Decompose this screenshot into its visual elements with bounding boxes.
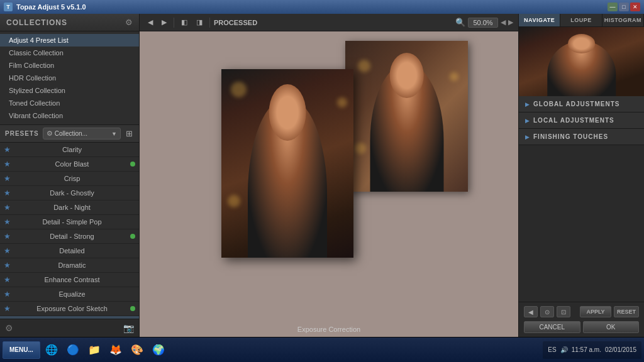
left-bottom-bar: ⚙ 📷 (0, 319, 139, 337)
preset-name: Enhance Contrast (16, 276, 128, 283)
finishing-touches-header[interactable]: ▶ FINISHING TOUCHES (519, 129, 644, 145)
dropdown-arrow-icon: ▼ (111, 131, 117, 137)
preset-item-dark-night[interactable]: ★ Dark - Night (0, 200, 139, 215)
adj-arrow-icon: ▶ (525, 101, 530, 107)
preset-item-detail-strong[interactable]: ★ Detail - Strong (0, 229, 139, 244)
collection-item-toned[interactable]: Toned Collection (0, 97, 139, 109)
preset-item-equalize[interactable]: ★ Equalize (0, 287, 139, 302)
collections-gear-icon[interactable]: ⚙ (125, 18, 133, 27)
taskbar-app-photoshop[interactable]: 🎨 (127, 341, 147, 359)
preset-item-clarity[interactable]: ★ Clarity (0, 143, 139, 157)
global-adjustments-section: ▶ GLOBAL ADJUSTMENTS (519, 96, 644, 112)
local-adjustments-header[interactable]: ▶ LOCAL ADJUSTMENTS (519, 112, 644, 128)
preset-dot (130, 162, 135, 167)
star-icon: ★ (4, 290, 13, 299)
bokeh-light (231, 82, 247, 97)
nav-icon1[interactable]: ⊙ (540, 306, 554, 317)
preset-item-detail-simple[interactable]: ★ Detail - Simple Pop (0, 215, 139, 229)
collections-list: Adjust 4 Preset List Classic Collection … (0, 31, 139, 125)
zoom-prev-icon[interactable]: ◀ (501, 18, 506, 26)
collection-item-vibrant[interactable]: Vibrant Collection (0, 109, 139, 122)
preset-name: Exposure Color Sketch (16, 305, 128, 312)
preset-dot (130, 306, 135, 311)
star-icon: ★ (4, 232, 13, 241)
bokeh-light (337, 97, 347, 107)
preset-name: Detail - Simple Pop (16, 218, 128, 226)
bokeh-light (228, 195, 240, 207)
star-icon: ★ (4, 304, 13, 313)
center-panel: ◀ ▶ ◧ ◨ PROCESSED 🔍 ◀ ▶ (140, 14, 518, 337)
taskbar: MENU... 🌐 🔵 📁 🦊 🎨 🌍 ES 🔊 11:57 a.m. 02/0… (0, 337, 644, 362)
preset-item-colorblast[interactable]: ★ Color Blast (0, 157, 139, 172)
taskbar-app-ie[interactable]: 🔵 (63, 341, 83, 359)
preset-name: Clarity (16, 146, 128, 153)
zoom-next-icon[interactable]: ▶ (508, 18, 513, 26)
preset-item-enhance[interactable]: ★ Enhance Contrast (0, 273, 139, 287)
ok-button[interactable]: OK (583, 321, 640, 333)
cancel-button[interactable]: CANCEL (524, 321, 580, 333)
global-adjustments-header[interactable]: ▶ GLOBAL ADJUSTMENTS (519, 96, 644, 112)
adj-arrow-icon: ▶ (525, 118, 530, 124)
star-icon: ★ (4, 275, 13, 284)
apply-button[interactable]: APPLY (580, 306, 611, 317)
close-button[interactable]: ✕ (630, 3, 640, 11)
reset-button[interactable]: RESET (614, 306, 639, 317)
prev-button[interactable]: ◀ (145, 17, 156, 28)
settings-icon[interactable]: ⚙ (5, 323, 13, 333)
collection-item-adjust4[interactable]: Adjust 4 Preset List (0, 34, 139, 47)
camera-icon[interactable]: 📷 (123, 323, 134, 333)
star-icon: ★ (4, 217, 13, 226)
start-button[interactable]: MENU... (3, 341, 40, 359)
navigation-arrows: ◀ ⊙ ⊡ APPLY RESET (524, 306, 639, 317)
taskbar-app-chrome[interactable]: 🌍 (148, 341, 169, 359)
star-icon: ★ (4, 203, 13, 212)
local-adjustments-label: LOCAL ADJUSTMENTS (533, 117, 614, 124)
toolbar: ◀ ▶ ◧ ◨ PROCESSED 🔍 ◀ ▶ (140, 14, 518, 31)
preset-item-dark-ghostly[interactable]: ★ Dark - Ghostly (0, 186, 139, 200)
window-controls: — □ ✕ (608, 3, 640, 11)
bokeh-light (358, 60, 370, 72)
star-icon: ★ (4, 189, 13, 197)
tab-histogram[interactable]: HISTOGRAM (602, 14, 644, 26)
app-title: Topaz Adjust 5 v5.1.0 (16, 3, 86, 11)
next-button[interactable]: ▶ (158, 17, 170, 28)
collection-dropdown[interactable]: ⚙ Collection... ▼ (43, 128, 121, 140)
right-panel: NAVIGATE LOUPE HISTOGRAM ▶ GLOBAL ADJUST… (518, 14, 644, 337)
split-right-button[interactable]: ◨ (193, 17, 206, 28)
preset-item-detailed[interactable]: ★ Detailed (0, 244, 139, 258)
star-icon: ★ (4, 261, 13, 270)
global-adjustments-label: GLOBAL ADJUSTMENTS (533, 101, 619, 107)
preset-item-exposure-sketch[interactable]: ★ Exposure Color Sketch (0, 302, 139, 316)
collections-title: COLLECTIONS (6, 18, 67, 27)
zoom-input[interactable] (468, 18, 498, 28)
collection-item-film[interactable]: Film Collection (0, 59, 139, 72)
star-icon: ★ (4, 174, 13, 183)
person-background-before (345, 41, 468, 192)
tray-date: 02/01/2015 (605, 346, 636, 353)
tab-loupe[interactable]: LOUPE (560, 14, 602, 26)
preset-item-dramatic[interactable]: ★ Dramatic (0, 258, 139, 273)
taskbar-app-firefox[interactable]: 🦊 (106, 341, 126, 359)
taskbar-app-folder[interactable]: 📁 (84, 341, 104, 359)
maximize-button[interactable]: □ (619, 3, 629, 11)
minimize-button[interactable]: — (608, 3, 618, 11)
person-background-after (221, 69, 353, 258)
split-left-button[interactable]: ◧ (178, 17, 191, 28)
title-bar: T Topaz Adjust 5 v5.1.0 — □ ✕ (0, 0, 644, 14)
preset-item-crisp[interactable]: ★ Crisp (0, 172, 139, 186)
zoom-icon: 🔍 (455, 18, 465, 27)
nav-prev-button[interactable]: ◀ (524, 306, 538, 317)
toolbar-separator2 (209, 18, 210, 28)
tab-navigate[interactable]: NAVIGATE (519, 14, 560, 26)
collection-item-stylized[interactable]: Stylized Collection (0, 84, 139, 97)
title-left: T Topaz Adjust 5 v5.1.0 (4, 3, 86, 11)
finishing-touches-section: ▶ FINISHING TOUCHES (519, 129, 644, 145)
cancel-ok-buttons: CANCEL OK (524, 321, 639, 333)
presets-bar: PRESETS ⚙ Collection... ▼ ⊞ (0, 125, 139, 143)
collection-item-classic[interactable]: Classic Collection (0, 47, 139, 59)
collection-item-hdr[interactable]: HDR Collection (0, 72, 139, 84)
taskbar-app-explorer[interactable]: 🌐 (42, 341, 62, 359)
grid-view-icon[interactable]: ⊞ (125, 128, 134, 140)
app-icon: T (4, 3, 13, 11)
nav-icon2[interactable]: ⊡ (557, 306, 570, 317)
